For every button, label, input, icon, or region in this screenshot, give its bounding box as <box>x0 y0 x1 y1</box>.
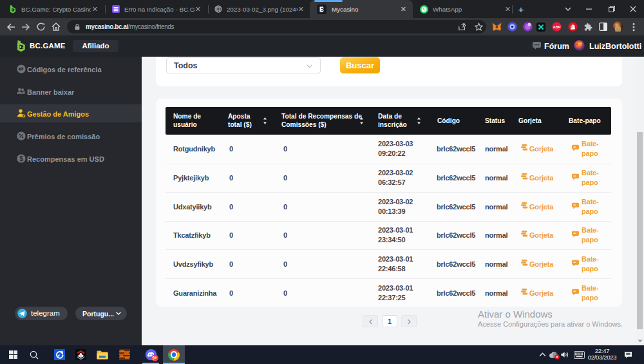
svg-text:$: $ <box>19 155 23 162</box>
svg-text:ABP: ABP <box>553 25 560 29</box>
svg-text:9+: 9+ <box>152 356 157 360</box>
